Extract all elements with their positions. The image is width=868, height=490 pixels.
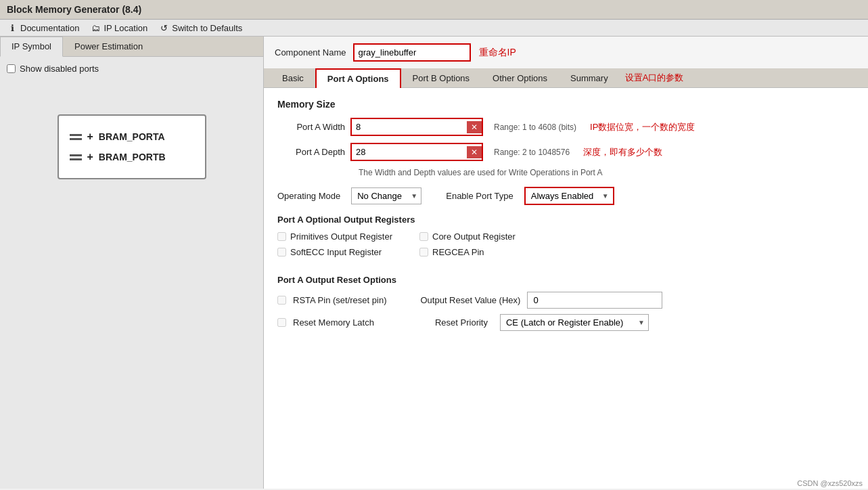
ip-symbol-box: + BRAM_PORTA + BRAM_PORTB: [58, 114, 206, 179]
regcea-pin-row: REGCEA Pin: [419, 247, 516, 257]
port-a-depth-range: Range: 2 to 1048576: [494, 148, 570, 157]
port-a-row: + BRAM_PORTA: [70, 127, 194, 147]
main-layout: IP Symbol Power Estimation Show disabled…: [0, 37, 868, 489]
tab-ip-symbol[interactable]: IP Symbol: [0, 37, 63, 57]
tab-power-estimation[interactable]: Power Estimation: [63, 37, 154, 56]
port-a-depth-row: Port A Depth ✕ Range: 2 to 1048576 深度，即有…: [277, 143, 854, 161]
rsta-pin-checkbox[interactable]: [277, 296, 286, 305]
reset-priority-label: Reset Priority: [435, 317, 488, 328]
left-panel: IP Symbol Power Estimation Show disabled…: [0, 37, 264, 489]
primitives-output-register-label: Primitives Output Register: [290, 231, 392, 242]
plus-icon-a: +: [87, 131, 93, 143]
rename-annotation: 重命名IP: [479, 47, 516, 59]
output-registers-checkboxes: Primitives Output Register SoftECC Input…: [277, 231, 854, 263]
tab-summary[interactable]: Summary: [559, 68, 620, 88]
memory-size-title: Memory Size: [277, 99, 854, 110]
softecc-input-register-checkbox[interactable]: [277, 248, 286, 257]
reset-priority-select[interactable]: CE (Latch or Register Enable) SR (Set/Re…: [500, 314, 649, 331]
port-a-depth-label: Port A Depth: [277, 147, 345, 157]
toolbar: ℹ Documentation 🗂 IP Location ↺ Switch t…: [0, 20, 868, 37]
reset-memory-latch-row: Reset Memory Latch Reset Priority CE (La…: [277, 314, 854, 331]
tab-port-b-options[interactable]: Port B Options: [401, 68, 482, 88]
operating-mode-select[interactable]: No Change Read First Write First: [351, 187, 421, 204]
rsta-pin-row: RSTA Pin (set/reset pin) Output Reset Va…: [277, 292, 854, 309]
softecc-input-register-row: SoftECC Input Register: [277, 247, 392, 257]
tab-port-a-options[interactable]: Port A Options: [315, 68, 401, 88]
show-disabled-ports-row: Show disabled ports: [7, 64, 256, 74]
port-line-2: [70, 138, 82, 140]
port-b-label: BRAM_PORTB: [99, 152, 166, 162]
plus-icon-b: +: [87, 151, 93, 163]
right-panel: Component Name 重命名IP Basic Port A Option…: [264, 37, 868, 489]
rsta-pin-label: RSTA Pin (set/reset pin): [293, 295, 386, 305]
optional-output-registers-title: Port A Optional Output Registers: [277, 215, 854, 225]
port-a-depth-clear-btn[interactable]: ✕: [467, 146, 482, 158]
softecc-input-register-label: SoftECC Input Register: [290, 247, 382, 257]
left-tabs: IP Symbol Power Estimation: [0, 37, 263, 57]
port-line-4: [70, 158, 82, 160]
primitives-output-register-checkbox[interactable]: [277, 232, 286, 241]
port-a-width-row: Port A Width ✕ Range: 1 to 4608 (bits) I…: [277, 118, 854, 136]
reset-priority-select-wrap: CE (Latch or Register Enable) SR (Set/Re…: [500, 314, 649, 331]
folder-icon: 🗂: [90, 22, 101, 33]
tabs-bar: Basic Port A Options Port B Options Othe…: [264, 68, 868, 88]
port-a-label: BRAM_PORTA: [99, 131, 165, 142]
info-icon: ℹ: [7, 22, 18, 33]
core-output-register-row: Core Output Register: [419, 231, 516, 242]
app-title: Block Memory Generator (8.4): [7, 4, 141, 15]
port-a-width-clear-btn[interactable]: ✕: [467, 121, 482, 133]
output-reset-value-input[interactable]: [527, 292, 662, 309]
watermark: CSDN @xzs520xzs: [797, 479, 863, 487]
show-disabled-ports-checkbox[interactable]: [7, 64, 16, 73]
port-a-width-input-wrap: ✕: [350, 118, 483, 136]
port-b-lines: [70, 154, 82, 160]
refresh-icon: ↺: [158, 22, 169, 33]
component-name-row: Component Name 重命名IP: [264, 37, 868, 68]
depth-annotation: 深度，即有多少个数: [583, 146, 662, 158]
tab-other-options[interactable]: Other Options: [481, 68, 559, 88]
port-a-lines: [70, 134, 82, 140]
enable-port-type-label: Enable Port Type: [446, 191, 513, 201]
port-a-depth-input[interactable]: [352, 144, 467, 160]
port-a-width-label: Port A Width: [277, 122, 345, 132]
operating-mode-label: Operating Mode: [277, 191, 340, 201]
info-text: The Width and Depth values are used for …: [359, 168, 854, 177]
output-reset-value-label: Output Reset Value (Hex): [420, 295, 520, 305]
core-output-register-label: Core Output Register: [432, 231, 516, 242]
left-tab-content: Show disabled ports + BRAM_PORTA: [0, 57, 263, 489]
title-bar: Block Memory Generator (8.4): [0, 0, 868, 20]
enable-port-type-select[interactable]: Always Enabled Use ENA Pin: [526, 188, 613, 204]
content-area: Memory Size Port A Width ✕ Range: 1 to 4…: [264, 88, 868, 489]
component-name-input[interactable]: [355, 45, 470, 60]
reset-memory-latch-checkbox[interactable]: [277, 318, 286, 327]
switch-to-defaults-button[interactable]: ↺ Switch to Defaults: [158, 22, 242, 33]
regcea-pin-label: REGCEA Pin: [432, 247, 484, 257]
enable-port-type-select-wrap: Always Enabled Use ENA Pin ▼: [524, 187, 614, 205]
reset-memory-latch-label: Reset Memory Latch: [293, 317, 374, 328]
port-a-depth-input-wrap: ✕: [350, 143, 483, 161]
location-button[interactable]: 🗂 IP Location: [90, 22, 147, 33]
core-output-register-checkbox[interactable]: [419, 232, 428, 241]
primitives-output-register-row: Primitives Output Register: [277, 231, 392, 242]
width-annotation: IP数据位宽，一个数的宽度: [590, 121, 695, 133]
documentation-button[interactable]: ℹ Documentation: [7, 22, 79, 33]
tab-annotation: 设置A口的参数: [625, 72, 684, 84]
operating-mode-select-wrap: No Change Read First Write First ▼: [351, 187, 421, 204]
tab-basic[interactable]: Basic: [271, 68, 315, 88]
regcea-pin-checkbox[interactable]: [419, 248, 428, 257]
port-b-row: + BRAM_PORTB: [70, 147, 194, 167]
operating-row: Operating Mode No Change Read First Writ…: [277, 187, 854, 205]
port-line-1: [70, 134, 82, 136]
component-name-label: Component Name: [275, 47, 346, 58]
component-name-input-wrap: [353, 43, 471, 62]
port-line-3: [70, 154, 82, 156]
port-a-width-range: Range: 1 to 4608 (bits): [494, 122, 576, 132]
output-reset-options-title: Port A Output Reset Options: [277, 275, 854, 285]
port-a-width-input[interactable]: [352, 119, 467, 135]
